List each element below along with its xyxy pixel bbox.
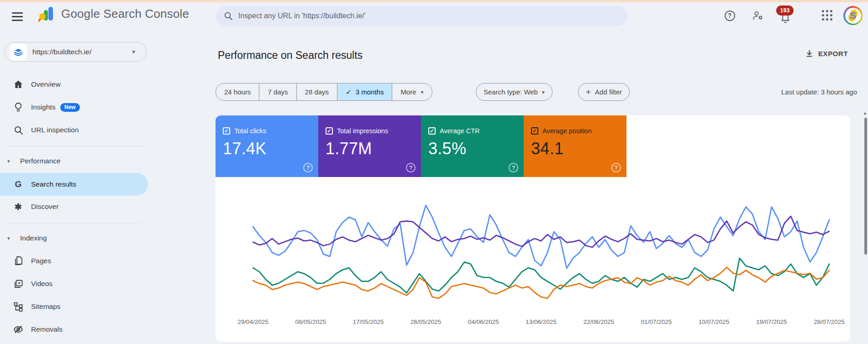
check-icon: ✓ — [346, 88, 352, 96]
x-axis-label: 19/07/2025 — [747, 318, 797, 325]
download-icon — [805, 49, 814, 58]
video-icon — [12, 279, 25, 289]
asterisk-icon: ✱ — [12, 202, 25, 212]
help-icon: ? — [725, 10, 735, 21]
range-7-days[interactable]: 7 days — [259, 83, 296, 100]
export-button[interactable]: EXPORT — [805, 49, 848, 58]
property-icon — [10, 43, 27, 61]
eye-off-icon — [12, 325, 25, 334]
x-axis-label: 08/05/2025 — [285, 318, 336, 325]
new-badge: New — [60, 103, 80, 112]
add-filter-chip[interactable]: + Add filter — [578, 83, 630, 101]
lightbulb-icon — [12, 102, 25, 112]
sidebar-divider — [6, 146, 143, 146]
sidebar-item-search-results[interactable]: G Search results — [0, 173, 148, 196]
performance-chart-card: ✓ Total clicks 17.4K ? ✓ Total impressio… — [216, 115, 850, 342]
sidebar-item-insights[interactable]: Insights New — [0, 96, 148, 119]
x-axis-label: 13/06/2025 — [516, 318, 566, 325]
search-icon — [12, 125, 25, 135]
user-gear-icon — [752, 10, 764, 21]
page-title: Performance on Search results — [218, 49, 363, 62]
sidebar-section-performance[interactable]: ▾ Performance — [0, 151, 148, 171]
range-more[interactable]: More ▾ — [392, 83, 431, 100]
sidebar-item-pages[interactable]: Pages — [0, 250, 148, 272]
url-inspect-input[interactable] — [238, 12, 620, 20]
avatar-logo: S — [845, 8, 861, 24]
url-inspect-searchbar[interactable] — [216, 6, 628, 26]
x-axis-label: 17/05/2025 — [343, 318, 393, 325]
x-axis-label: 28/07/2025 — [804, 318, 854, 325]
apps-grid-button[interactable] — [819, 7, 836, 24]
sidebar-item-discover[interactable]: ✱ Discover — [0, 195, 148, 218]
plus-icon: + — [586, 87, 591, 97]
sidebar-item-overview[interactable]: Overview — [0, 73, 148, 96]
chevron-down-icon: ▾ — [542, 89, 545, 95]
search-console-logo-icon — [38, 5, 56, 22]
x-axis-label: 04/06/2025 — [458, 318, 509, 325]
series-line-total-impressions — [253, 216, 829, 247]
google-search-console-app: Google Search Console ? 193 — [0, 0, 868, 344]
property-selector[interactable]: https://buildtech.ie/ ▾ — [5, 42, 147, 62]
menu-icon[interactable] — [11, 12, 24, 21]
pages-icon — [12, 256, 25, 266]
search-icon — [224, 11, 233, 21]
sidebar-item-videos[interactable]: Videos — [0, 272, 148, 295]
chevron-down-icon: ▾ — [421, 89, 424, 95]
scroll-up-arrow[interactable]: ▲ — [863, 111, 867, 115]
top-edge-strip — [0, 0, 868, 2]
chevron-down-icon: ▾ — [7, 158, 10, 164]
notification-count-badge: 193 — [776, 5, 794, 16]
help-button[interactable]: ? — [721, 7, 738, 24]
date-range-control: 24 hours 7 days 28 days ✓ 3 months More … — [216, 83, 432, 101]
series-line-average-ctr — [253, 258, 829, 293]
user-settings-button[interactable] — [750, 7, 766, 24]
google-g-icon: G — [12, 179, 25, 189]
property-url: https://buildtech.ie/ — [32, 48, 91, 56]
x-axis-label: 29/04/2025 — [228, 318, 278, 325]
x-axis-label: 22/06/2025 — [573, 318, 624, 325]
chevron-down-icon: ▾ — [7, 235, 10, 241]
search-type-chip[interactable]: Search type: Web ▾ — [476, 83, 552, 101]
sidebar-item-url-inspection[interactable]: URL inspection — [0, 119, 148, 141]
sitemap-tree-icon — [12, 302, 25, 312]
sidebar-item-sitemaps[interactable]: Sitemaps — [0, 295, 148, 318]
last-update-text: Last update: 3 hours ago — [781, 88, 857, 96]
sidebar-section-indexing[interactable]: ▾ Indexing — [0, 228, 148, 248]
scrollbar-thumb[interactable] — [864, 118, 867, 255]
app-logo: Google Search Console — [38, 5, 189, 22]
x-axis-label: 26/05/2025 — [401, 318, 451, 325]
apps-grid-icon — [822, 10, 833, 21]
sidebar-item-removals[interactable]: Removals — [0, 318, 148, 341]
chevron-down-icon: ▾ — [132, 48, 135, 55]
sidebar-divider — [6, 224, 143, 224]
app-title: Google Search Console — [61, 7, 189, 21]
x-axis-label: 10/07/2025 — [689, 318, 739, 325]
range-3-months[interactable]: ✓ 3 months — [337, 83, 392, 100]
range-28-days[interactable]: 28 days — [296, 83, 337, 100]
home-icon — [12, 80, 25, 89]
account-avatar[interactable]: S — [843, 6, 863, 25]
range-24-hours[interactable]: 24 hours — [216, 83, 259, 100]
performance-line-chart[interactable] — [216, 115, 850, 342]
series-line-total-clicks — [253, 205, 829, 268]
x-axis-label: 01/07/2025 — [631, 318, 681, 325]
